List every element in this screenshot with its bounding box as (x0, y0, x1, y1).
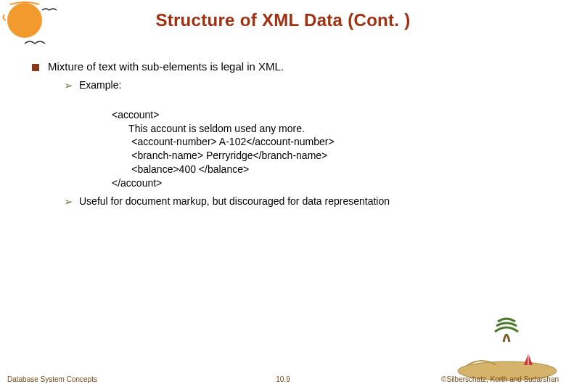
arrow-icon: ➢ (64, 195, 73, 209)
arrow-icon: ➢ (64, 78, 73, 93)
example-label: Example: (79, 78, 121, 92)
slide-title: Structure of XML Data (Cont. ) (0, 10, 566, 30)
slide: Structure of XML Data (Cont. ) Mixture o… (0, 0, 566, 392)
code-line: This account is seldom used any more. (112, 123, 305, 134)
code-block: <account> This account is seldom used an… (112, 94, 534, 190)
code-line: </account> (112, 177, 162, 189)
code-line: <balance>400 </balance> (112, 163, 249, 175)
main-point-text: Mixture of text with sub-elements is leg… (48, 60, 284, 74)
code-line: <account> (112, 109, 159, 121)
square-bullet-icon (32, 64, 39, 71)
sub-bullet-example: ➢ Example: (64, 78, 534, 93)
sub-bullet-note: ➢ Useful for document markup, but discou… (64, 195, 534, 209)
main-bullet: Mixture of text with sub-elements is leg… (32, 60, 534, 74)
code-line: <branch-name> Perryridge</branch-name> (112, 150, 327, 161)
note-text: Useful for document markup, but discoura… (79, 195, 390, 208)
footer-left: Database System Concepts (7, 375, 97, 383)
sub-content: ➢ Example: <account> This account is sel… (64, 78, 534, 208)
code-line: <account-number> A-102</account-number> (112, 136, 335, 147)
footer: Database System Concepts 10.9 ©Silbersch… (0, 370, 566, 383)
footer-right: ©Silberschatz, Korth and Sudarshan (441, 375, 559, 383)
footer-center: 10.9 (276, 375, 290, 383)
slide-content: Mixture of text with sub-elements is leg… (32, 60, 534, 208)
